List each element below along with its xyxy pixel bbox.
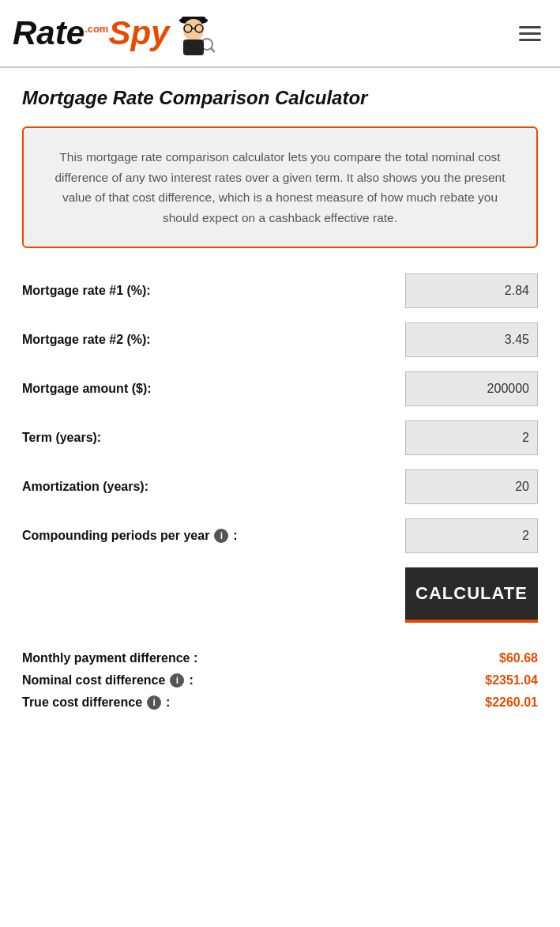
true-cost-value: $2260.01 (485, 695, 538, 710)
compounding-input[interactable] (405, 518, 538, 553)
monthly-payment-value: $60.68 (499, 651, 538, 665)
term-input[interactable] (405, 420, 538, 455)
amortization-row: Amortization (years): (22, 469, 538, 504)
nominal-cost-info-icon[interactable]: i (170, 673, 184, 688)
rate2-row: Mortgage rate #2 (%): (22, 322, 538, 357)
term-label: Term (years): (22, 431, 101, 445)
spy-icon (172, 9, 215, 57)
nominal-cost-label: Nominal cost difference i : (22, 673, 194, 688)
amount-row: Mortgage amount ($): (22, 371, 538, 406)
rate2-label: Mortgage rate #2 (%): (22, 333, 151, 347)
logo-spy: Spy (108, 14, 169, 51)
amortization-input[interactable] (405, 469, 538, 504)
calculate-button-wrapper: CALCULATE (22, 567, 538, 623)
compounding-info-icon[interactable]: i (214, 529, 228, 543)
svg-line-7 (211, 48, 215, 52)
compounding-label: Compounding periods per year i : (22, 529, 238, 543)
logo: Rate.comSpy (13, 9, 215, 57)
amount-label: Mortgage amount ($): (22, 382, 152, 396)
page-title: Mortgage Rate Comparison Calculator (22, 87, 538, 109)
logo-com: .com (85, 23, 108, 35)
rate1-row: Mortgage rate #1 (%): (22, 273, 538, 308)
main-content: Mortgage Rate Comparison Calculator This… (0, 68, 560, 749)
rate1-label: Mortgage rate #1 (%): (22, 284, 151, 298)
calculator-form: Mortgage rate #1 (%): Mortgage rate #2 (… (22, 273, 538, 623)
results-section: Monthly payment difference : $60.68 Nomi… (22, 651, 538, 710)
amortization-label: Amortization (years): (22, 480, 148, 494)
true-cost-row: True cost difference i : $2260.01 (22, 695, 538, 710)
header: Rate.comSpy (0, 0, 560, 68)
svg-rect-8 (183, 40, 204, 55)
nominal-cost-value: $2351.04 (485, 673, 538, 688)
rate1-input[interactable] (405, 273, 538, 308)
monthly-payment-label: Monthly payment difference : (22, 651, 197, 665)
nominal-cost-row: Nominal cost difference i : $2351.04 (22, 673, 538, 688)
hamburger-menu[interactable] (516, 23, 544, 44)
true-cost-info-icon[interactable]: i (147, 695, 161, 710)
calculate-button[interactable]: CALCULATE (405, 567, 538, 623)
logo-rate: Rate (13, 14, 85, 51)
amount-input[interactable] (405, 371, 538, 406)
true-cost-label: True cost difference i : (22, 695, 170, 710)
term-row: Term (years): (22, 420, 538, 455)
rate2-input[interactable] (405, 322, 538, 357)
description-text: This mortgage rate comparison calculator… (47, 147, 513, 228)
monthly-payment-row: Monthly payment difference : $60.68 (22, 651, 538, 665)
compounding-row: Compounding periods per year i : (22, 518, 538, 553)
svg-point-2 (183, 19, 204, 41)
description-box: This mortgage rate comparison calculator… (22, 126, 538, 248)
